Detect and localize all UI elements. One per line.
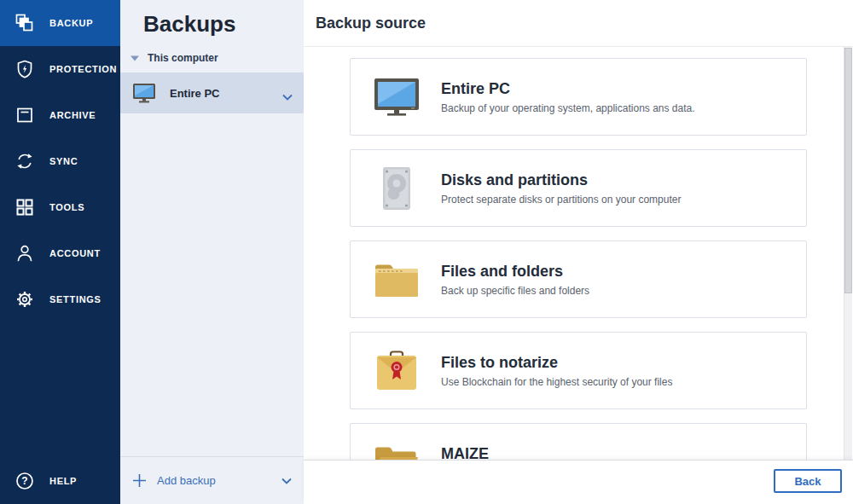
- card-description: Protect separate disks or partitions on …: [441, 194, 681, 206]
- source-card-list: Entire PC Backup of your operating syste…: [350, 47, 807, 504]
- grid-icon: [15, 197, 35, 217]
- scrollbar-thumb[interactable]: [844, 48, 852, 293]
- monitor-icon: [132, 83, 156, 103]
- source-card-files-folders[interactable]: Files and folders Back up specific files…: [350, 240, 807, 318]
- folder-icon: [373, 256, 421, 304]
- sidebar-item-help[interactable]: ? HELP: [0, 458, 120, 504]
- sidebar-item-label: TOOLS: [49, 202, 84, 212]
- sidebar-item-sync[interactable]: SYNC: [0, 138, 120, 184]
- hard-disk-icon: [373, 165, 421, 212]
- add-backup-bar: Add backup: [120, 456, 304, 504]
- archive-box-icon: [15, 105, 35, 125]
- gear-icon: [15, 289, 35, 310]
- person-icon: [15, 243, 35, 264]
- sidebar-item-label: ACCOUNT: [49, 248, 101, 258]
- notarized-briefcase-icon: [373, 347, 421, 395]
- monitor-icon: [373, 73, 421, 121]
- collapse-triangle-icon: [131, 55, 139, 61]
- sync-arrows-icon: [15, 151, 35, 171]
- source-card-files-to-notarize[interactable]: Files to notarize Use Blockchain for the…: [350, 332, 807, 409]
- plus-icon: [132, 473, 147, 488]
- sidebar-item-label: ARCHIVE: [49, 110, 96, 120]
- card-description: Back up specific files and folders: [441, 285, 589, 297]
- sidebar-item-label: SETTINGS: [49, 294, 102, 304]
- card-title: Entire PC: [441, 80, 695, 98]
- source-card-disks-partitions[interactable]: Disks and partitions Protect separate di…: [350, 149, 807, 227]
- sidebar-item-label: HELP: [49, 476, 77, 486]
- source-card-entire-pc[interactable]: Entire PC Backup of your operating syste…: [350, 58, 807, 136]
- backup-app-window: BACKUP PROTECTION ARCHIVE: [0, 0, 853, 504]
- card-title: Disks and partitions: [441, 171, 681, 189]
- bottom-action-bar: Back: [304, 460, 853, 504]
- question-circle-icon: ?: [15, 471, 35, 491]
- scrollbar-track[interactable]: [844, 47, 852, 461]
- chevron-down-icon[interactable]: [282, 89, 293, 104]
- backup-name: Entire PC: [170, 87, 220, 100]
- shield-bolt-icon: [15, 59, 35, 79]
- sidebar-item-backup[interactable]: BACKUP: [0, 0, 120, 46]
- group-label: This computer: [148, 52, 218, 64]
- card-description: Backup of your operating system, applica…: [441, 102, 695, 114]
- sidebar-item-label: PROTECTION: [49, 64, 117, 74]
- sidebar-item-account[interactable]: ACCOUNT: [0, 230, 120, 276]
- backup-icon: [15, 13, 35, 33]
- sidebar-item-protection[interactable]: PROTECTION: [0, 46, 120, 92]
- this-computer-group[interactable]: This computer: [120, 51, 304, 65]
- page-title: Backup source: [316, 14, 426, 32]
- sidebar: BACKUP PROTECTION ARCHIVE: [0, 0, 120, 504]
- sidebar-item-archive[interactable]: ARCHIVE: [0, 92, 120, 138]
- backups-panel-title: Backups: [143, 10, 304, 38]
- sidebar-item-label: SYNC: [49, 156, 78, 166]
- add-backup-label: Add backup: [157, 474, 216, 487]
- card-description: Use Blockchain for the highest security …: [441, 376, 672, 388]
- back-button[interactable]: Back: [774, 469, 842, 493]
- sidebar-item-label: BACKUP: [49, 18, 93, 28]
- sidebar-item-tools[interactable]: TOOLS: [0, 184, 120, 230]
- svg-text:?: ?: [21, 475, 27, 487]
- card-title: Files to notarize: [441, 354, 672, 372]
- card-title: Files and folders: [441, 263, 589, 281]
- add-backup-button[interactable]: Add backup: [132, 473, 216, 488]
- backups-panel: Backups This computer Entire PC: [120, 0, 304, 504]
- backup-list-item-entire-pc[interactable]: Entire PC: [120, 72, 304, 113]
- backup-source-pane: Backup source Entire PC Backup of: [304, 0, 853, 504]
- chevron-down-icon[interactable]: [281, 478, 292, 484]
- main-header: Backup source: [304, 0, 853, 47]
- sidebar-item-settings[interactable]: SETTINGS: [0, 276, 120, 322]
